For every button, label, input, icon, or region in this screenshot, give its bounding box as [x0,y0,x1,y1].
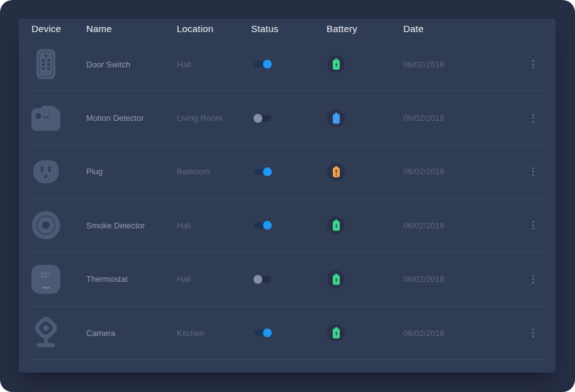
row-date: 06/02/2018 [403,221,519,230]
plug-icon [31,154,60,190]
row-menu-kebab-icon[interactable] [530,57,537,71]
column-header-status: Status [251,23,327,34]
device-name: Camera [86,328,177,338]
thermostat-icon: 32° [31,261,60,298]
camera-icon [31,315,60,351]
status-cell [251,115,327,121]
row-menu-kebab-icon[interactable] [530,111,537,125]
battery-cell [327,109,403,127]
row-date: 06/02/2018 [403,328,519,338]
actions-cell [519,218,547,232]
row-menu-kebab-icon[interactable] [530,326,537,340]
app-window: Device Name Location Status Battery Date… [0,0,575,392]
door-switch-icon [31,46,60,82]
battery-charging-icon [327,55,345,73]
status-toggle[interactable] [254,276,271,283]
toggle-knob [263,221,272,230]
status-toggle[interactable] [254,115,271,121]
table-row: 32° Thermostat Hall 06/02/2018 [28,253,547,306]
device-location: Hall [177,221,251,230]
table-body: Door Switch Hall 06/02/2018 Motion Detec… [28,38,547,360]
motion-detector-icon [31,100,60,137]
status-cell [251,61,327,67]
device-cell: 32° [28,261,86,298]
device-cell [28,315,86,351]
table-row: Camera Kitchen 06/02/2018 [28,306,547,360]
status-toggle[interactable] [254,330,271,336]
actions-cell [519,326,547,340]
actions-cell [519,272,547,286]
column-header-battery: Battery [327,23,403,34]
actions-cell [519,57,547,71]
battery-cell [327,55,403,73]
status-cell [251,276,327,283]
actions-cell [519,165,547,179]
device-cell [28,154,86,190]
row-date: 06/02/2018 [403,167,519,176]
battery-cell [327,324,403,342]
device-name: Motion Detector [86,113,177,123]
battery-low-icon [327,163,345,181]
actions-cell [519,111,547,125]
table-header-row: Device Name Location Status Battery Date [28,19,547,38]
device-cell [28,46,86,82]
toggle-knob [263,328,272,337]
toggle-knob [263,60,272,69]
battery-cell [327,216,403,234]
device-location: Kitchen [177,328,251,338]
row-menu-kebab-icon[interactable] [530,218,537,232]
status-cell [251,330,327,336]
table-row: Motion Detector Living Room 06/02/2018 [28,91,547,145]
column-header-date: Date [403,23,519,34]
toggle-knob [254,275,262,284]
device-cell [28,207,86,244]
battery-charging-icon [327,271,345,288]
smoke-detector-icon [31,207,60,244]
device-table-panel: Device Name Location Status Battery Date… [19,19,555,372]
row-menu-kebab-icon[interactable] [530,272,537,286]
column-header-device: Device [28,23,86,34]
device-name: Plug [86,167,177,176]
status-cell [251,222,327,228]
svg-text:32°: 32° [40,271,51,279]
battery-charging-icon [327,216,345,234]
device-location: Hall [177,274,251,284]
row-date: 06/02/2018 [403,60,519,69]
row-date: 06/02/2018 [403,113,519,123]
device-location: Bedroom [177,167,251,176]
device-table: Device Name Location Status Battery Date… [28,19,547,360]
device-location: Living Room [177,113,251,123]
column-header-name: Name [86,23,177,34]
device-name: Smoke Detector [86,221,177,230]
table-row: Door Switch Hall 06/02/2018 [28,38,547,91]
battery-full-icon [327,109,345,127]
row-date: 06/02/2018 [403,274,519,284]
battery-cell [327,163,403,181]
status-toggle[interactable] [254,222,271,228]
toggle-knob [263,167,272,176]
status-toggle[interactable] [254,169,271,175]
status-cell [251,169,327,175]
table-row: Smoke Detector Hall 06/02/2018 [28,199,547,252]
device-name: Door Switch [86,60,177,69]
battery-cell [327,271,403,288]
row-menu-kebab-icon[interactable] [530,165,537,179]
column-header-location: Location [177,23,251,34]
status-toggle[interactable] [254,61,271,67]
device-cell [28,100,86,137]
battery-charging-icon [327,324,345,342]
device-name: Thermostat [86,274,177,284]
device-location: Hall [177,60,251,69]
toggle-knob [254,114,262,123]
table-row: Plug Bedroom 06/02/2018 [28,145,547,199]
